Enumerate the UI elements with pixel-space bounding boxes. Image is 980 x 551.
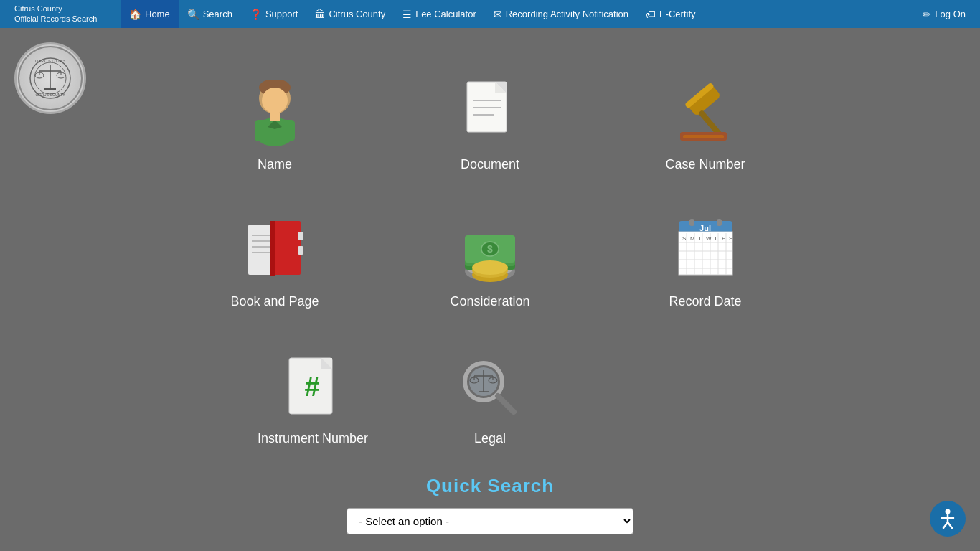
svg-rect-37 <box>298 246 303 255</box>
envelope-icon: ✉ <box>494 9 502 20</box>
svg-text:T: T <box>714 235 717 242</box>
icon-grid: Name Document <box>167 57 813 468</box>
svg-rect-28 <box>683 135 724 138</box>
svg-point-13 <box>262 88 288 113</box>
grid-item-name[interactable]: Name <box>167 57 382 194</box>
nav-ecertify-label: E-Certify <box>659 9 696 19</box>
svg-text:T: T <box>698 235 702 242</box>
svg-rect-17 <box>270 113 280 121</box>
nav-home-label: Home <box>145 9 170 19</box>
brand-subtitle: Official Records Search <box>14 14 112 24</box>
grid-item-consideration[interactable]: $ Consideration <box>382 194 598 331</box>
legal-label: Legal <box>474 431 506 446</box>
name-icon <box>239 78 311 150</box>
svg-text:F: F <box>722 235 725 242</box>
nav-login[interactable]: ✏ Log On <box>914 0 974 28</box>
navbar: Citrus County Official Records Search 🏠 … <box>0 0 980 28</box>
svg-point-47 <box>472 260 508 275</box>
svg-text:CITRUS COUNTY: CITRUS COUNTY <box>35 93 65 97</box>
svg-text:S: S <box>729 235 732 242</box>
grid-item-book-and-page[interactable]: Book and Page <box>167 194 382 331</box>
login-icon: ✏ <box>923 9 931 20</box>
grid-item-document[interactable]: Document <box>382 57 598 194</box>
quick-search-section: Quick Search - Select an option - Name D… <box>14 475 966 534</box>
svg-rect-29 <box>248 225 273 275</box>
tag-icon: 🏷 <box>646 9 656 20</box>
quick-search-title: Quick Search <box>426 475 554 497</box>
grid-item-record-date[interactable]: Jul S <box>598 194 813 331</box>
case-number-icon <box>669 78 741 150</box>
consideration-label: Consideration <box>450 294 529 309</box>
svg-line-88 <box>943 522 948 528</box>
document-icon <box>454 78 526 150</box>
nav-ecertify[interactable]: 🏷 E-Certify <box>637 0 705 28</box>
case-number-label: Case Number <box>665 157 745 172</box>
svg-rect-52 <box>689 219 694 226</box>
nav-fee-calculator[interactable]: ☰ Fee Calculator <box>394 0 485 28</box>
svg-line-77 <box>498 396 514 412</box>
nav-login-label: Log On <box>935 9 966 19</box>
nav-citrus-county[interactable]: 🏛 Citrus County <box>306 0 394 28</box>
search-icon: 🔍 <box>187 9 199 20</box>
nav-recording-notification[interactable]: ✉ Recording Activity Notification <box>485 0 637 28</box>
seal-inner: CITRUS COUNTY CLERK OF COURTS <box>18 46 83 110</box>
consideration-icon: $ <box>454 215 526 287</box>
svg-rect-36 <box>298 232 303 240</box>
book-and-page-label: Book and Page <box>230 294 319 309</box>
name-label: Name <box>258 157 292 172</box>
instrument-number-label: Instrument Number <box>258 431 368 446</box>
nav-search[interactable]: 🔍 Search <box>179 0 241 28</box>
svg-text:$: $ <box>487 243 493 255</box>
building-icon: 🏛 <box>315 9 325 20</box>
svg-text:S: S <box>682 235 686 242</box>
nav-search-label: Search <box>203 9 232 19</box>
logo-container: CITRUS COUNTY CLERK OF COURTS <box>14 42 86 114</box>
quick-search-select[interactable]: - Select an option - Name Document Case … <box>347 508 633 534</box>
svg-text:#: # <box>305 372 320 402</box>
instrument-number-icon: # <box>277 352 349 424</box>
svg-rect-30 <box>273 221 301 275</box>
main-content: CITRUS COUNTY CLERK OF COURTS <box>0 28 980 549</box>
calculator-icon: ☰ <box>402 9 412 20</box>
svg-rect-53 <box>717 219 722 226</box>
nav-support-label: Support <box>265 9 298 19</box>
nav-recording-label: Recording Activity Notification <box>506 9 628 19</box>
svg-text:Jul: Jul <box>699 224 711 232</box>
legal-icon <box>454 352 526 424</box>
home-icon: 🏠 <box>129 9 141 20</box>
nav-citrus-label: Citrus County <box>329 9 385 19</box>
nav-support[interactable]: ❓ Support <box>241 0 307 28</box>
grid-item-case-number[interactable]: Case Number <box>598 57 813 194</box>
accessibility-button[interactable] <box>930 501 966 537</box>
brand-title: Citrus County <box>14 4 112 14</box>
grid-item-legal[interactable]: Legal <box>382 331 598 468</box>
svg-point-85 <box>946 509 951 514</box>
svg-rect-31 <box>270 221 275 276</box>
nav-fee-label: Fee Calculator <box>415 9 476 19</box>
grid-item-instrument-number[interactable]: # Instrument Number <box>243 331 382 468</box>
seal-svg: CITRUS COUNTY CLERK OF COURTS <box>29 57 72 100</box>
svg-text:M: M <box>690 235 695 242</box>
document-label: Document <box>461 157 519 172</box>
svg-text:CLERK OF COURTS: CLERK OF COURTS <box>35 60 66 63</box>
record-date-label: Record Date <box>669 294 741 309</box>
accessibility-icon <box>937 508 958 529</box>
svg-text:W: W <box>706 235 712 242</box>
county-seal: CITRUS COUNTY CLERK OF COURTS <box>14 42 86 114</box>
question-icon: ❓ <box>250 9 262 20</box>
nav-home[interactable]: 🏠 Home <box>121 0 179 28</box>
navbar-brand: Citrus County Official Records Search <box>6 4 121 23</box>
book-and-page-icon <box>239 215 311 287</box>
record-date-icon: Jul S <box>669 215 741 287</box>
svg-line-89 <box>948 522 952 528</box>
